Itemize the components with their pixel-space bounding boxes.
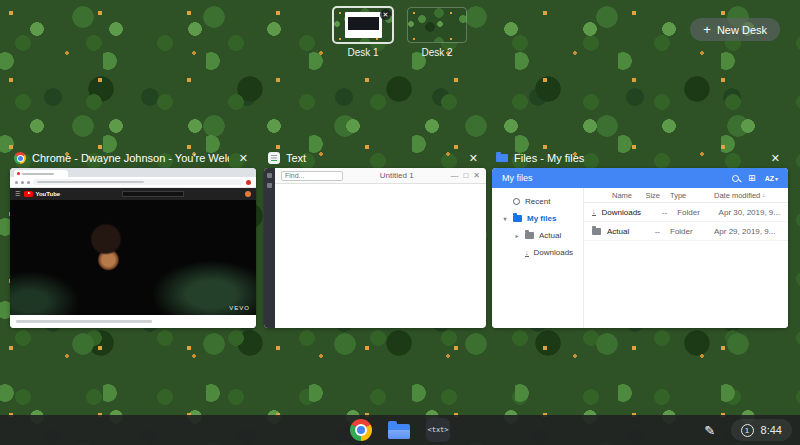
youtube-play-icon [24,191,33,197]
notification-counter: 1 [741,424,754,437]
untitled-tab: Untitled 1 [349,171,444,180]
files-body: Recent ▾ My files ▸ Actual ↓ [492,188,788,328]
desk-2[interactable]: Desk 2 [408,8,466,58]
tab-favicon-icon [17,172,20,175]
sidebar-item-label: Downloads [534,248,574,257]
sidebar-tool-icon [267,173,272,178]
chrome-shelf-icon[interactable] [350,419,372,441]
text-window-title: Text [286,152,459,164]
files-window-preview[interactable]: My files ⊞ AZ ▾ Recent ▾ [492,168,788,328]
new-desk-label: New Desk [717,24,767,36]
desk-close-icon[interactable]: ✕ [380,9,391,20]
window-card-files[interactable]: Files - My files ✕ My files ⊞ AZ ▾ Recen… [492,148,788,328]
desk-2-label: Desk 2 [421,47,452,58]
back-icon [15,181,18,184]
sort-az-icon: AZ [765,175,774,182]
column-size: Size [632,191,660,200]
chevron-right-icon: ▸ [514,232,520,239]
desk-1[interactable]: ✕ Desk 1 [334,8,392,58]
overview-screen: ✕ Desk 1 Desk 2 + New Desk Chrome - Dway… [0,0,800,445]
browser-tabstrip [10,168,256,177]
sort-arrow-icon: ↓ [762,192,765,198]
sidebar-item-actual: ▸ Actual [492,227,583,244]
text-app-icon [268,152,280,164]
reload-icon [27,181,30,184]
stylus-pen-icon[interactable]: ✎ [699,419,721,441]
clock: 8:44 [761,424,782,436]
file-type: Folder [660,227,706,236]
minimize-icon: — [450,172,458,180]
column-type: Type [660,191,706,200]
folder-icon [592,228,601,235]
files-file-list: Name Size Type Date modified ↓ ↓ Downloa… [584,188,788,328]
url-text-placeholder [37,181,144,183]
text-editor-toolbar: Untitled 1 — □ ✕ [275,168,486,184]
chevron-down-icon: ▾ [502,215,508,222]
shelf-apps: <txt> [350,418,450,442]
text-shelf-icon[interactable]: <txt> [426,418,450,442]
window-controls: — □ ✕ [450,172,480,180]
chrome-card-header: Chrome - Dwayne Johnson - You're Welcome… [10,148,256,168]
desk-1-label: Desk 1 [347,47,378,58]
desk-1-window-preview [345,12,382,38]
column-date-label: Date modified [714,191,760,200]
sidebar-item-downloads: ↓ Downloads [492,244,583,261]
folder-icon [513,215,522,222]
close-icon[interactable]: ✕ [465,152,482,165]
find-input [281,171,343,181]
youtube-avatar [245,191,251,197]
video-title-area [10,315,256,328]
table-row: Actual -- Folder Apr 29, 2019, 9... [584,222,788,241]
browser-toolbar [10,177,256,188]
window-card-chrome[interactable]: Chrome - Dwayne Johnson - You're Welcome… [10,148,256,328]
files-sidebar: Recent ▾ My files ▸ Actual ↓ [492,188,584,328]
table-row: ↓ Downloads -- Folder Apr 30, 2019, 9... [584,203,788,222]
youtube-wordmark: YouTube [35,191,60,197]
search-icon [732,175,739,182]
tab-title-placeholder [22,173,54,175]
folder-icon [525,232,534,239]
column-date-modified: Date modified ↓ [706,191,780,200]
files-appbar: My files ⊞ AZ ▾ [492,168,788,188]
new-desk-button[interactable]: + New Desk [690,18,780,41]
forward-icon [21,181,24,184]
text-window-preview[interactable]: Untitled 1 — □ ✕ [264,168,486,328]
youtube-logo: YouTube [24,191,60,197]
chevron-down-icon: ▾ [775,175,778,182]
chrome-icon [14,152,26,164]
plus-icon: + [703,23,711,36]
profile-avatar [246,180,251,185]
file-date: Apr 30, 2019, 9... [711,208,780,217]
status-area[interactable]: 1 8:44 [731,419,792,441]
sidebar-item-label: My files [527,214,556,223]
chrome-window-title: Chrome - Dwayne Johnson - You're Welcome… [32,152,229,164]
sidebar-item-my-files: ▾ My files [492,210,583,227]
status-tray: ✎ 1 8:44 [699,415,792,445]
file-list-header: Name Size Type Date modified ↓ [584,188,788,203]
desk-1-thumbnail[interactable]: ✕ [334,8,392,42]
maximize-icon: □ [463,172,468,180]
desk-2-thumbnail[interactable] [408,8,466,42]
shelf: <txt> ✎ 1 8:44 [0,415,800,445]
file-name: Actual [607,227,629,236]
file-size: -- [641,208,667,217]
close-icon[interactable]: ✕ [235,152,252,165]
download-icon: ↓ [525,249,529,257]
window-card-text[interactable]: Text ✕ Untitled 1 — □ ✕ [264,148,486,328]
browser-tab [14,170,68,177]
chrome-window-preview[interactable]: ☰ YouTube VEVO [10,168,256,328]
file-size: -- [632,227,660,236]
close-icon[interactable]: ✕ [767,152,784,165]
column-name: Name [592,191,632,200]
menu-icon: ☰ [15,191,20,197]
sidebar-item-label: Recent [525,197,550,206]
files-shelf-icon[interactable] [388,424,410,439]
text-card-header: Text ✕ [264,148,486,168]
files-app-icon [496,154,508,162]
youtube-search-bar [122,191,184,197]
video-title-placeholder [16,320,152,323]
file-name: Downloads [602,208,642,217]
file-date: Apr 29, 2019, 9... [706,227,780,236]
vevo-watermark: VEVO [229,305,250,311]
files-card-header: Files - My files ✕ [492,148,788,168]
